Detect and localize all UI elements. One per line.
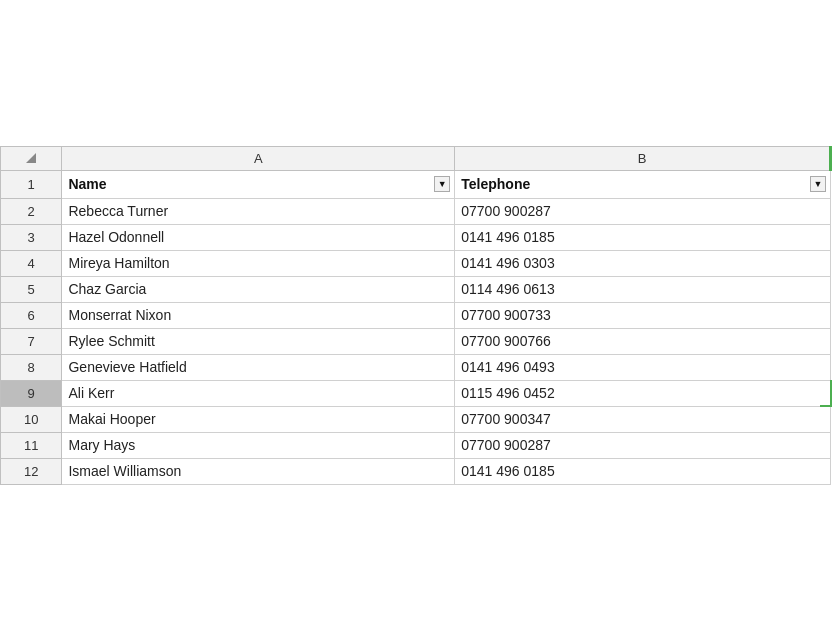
row-num-cell: 7 (1, 328, 62, 354)
phone-cell[interactable]: 0141 496 0493 (455, 354, 831, 380)
name-cell[interactable]: Mireya Hamilton (62, 250, 455, 276)
row-num-cell: 10 (1, 406, 62, 432)
row-num-cell: 12 (1, 458, 62, 484)
name-header-cell: Name ▼ (62, 170, 455, 198)
row-num-cell: 11 (1, 432, 62, 458)
table-row: 12Ismael Williamson0141 496 0185 (1, 458, 831, 484)
name-cell[interactable]: Mary Hays (62, 432, 455, 458)
name-header-label: Name (68, 176, 106, 192)
phone-cell[interactable]: 0141 496 0185 (455, 458, 831, 484)
phone-cell[interactable]: 07700 900287 (455, 432, 831, 458)
name-cell[interactable]: Monserrat Nixon (62, 302, 455, 328)
table-row: 5Chaz Garcia0114 496 0613 (1, 276, 831, 302)
name-cell[interactable]: Rebecca Turner (62, 198, 455, 224)
name-cell[interactable]: Rylee Schmitt (62, 328, 455, 354)
table-row: 9Ali Kerr0115 496 0452 (1, 380, 831, 406)
table-row: 7Rylee Schmitt07700 900766 (1, 328, 831, 354)
name-cell[interactable]: Makai Hooper (62, 406, 455, 432)
row-num-cell: 2 (1, 198, 62, 224)
name-cell[interactable]: Ali Kerr (62, 380, 455, 406)
col-b-header: B (455, 146, 831, 170)
row-num-1: 1 (1, 170, 62, 198)
row-num-cell: 9 (1, 380, 62, 406)
fill-handle (820, 380, 832, 407)
phone-cell[interactable]: 0114 496 0613 (455, 276, 831, 302)
table-row: 2Rebecca Turner07700 900287 (1, 198, 831, 224)
data-header-row: 1 Name ▼ Telephone ▼ (1, 170, 831, 198)
table-row: 4Mireya Hamilton0141 496 0303 (1, 250, 831, 276)
phone-header-cell: Telephone ▼ (455, 170, 831, 198)
phone-cell[interactable]: 07700 900347 (455, 406, 831, 432)
name-cell[interactable]: Ismael Williamson (62, 458, 455, 484)
table-row: 3Hazel Odonnell0141 496 0185 (1, 224, 831, 250)
name-cell[interactable]: Hazel Odonnell (62, 224, 455, 250)
name-dropdown-button[interactable]: ▼ (434, 176, 450, 192)
row-num-cell: 6 (1, 302, 62, 328)
table-row: 8Genevieve Hatfield0141 496 0493 (1, 354, 831, 380)
phone-cell[interactable]: 0141 496 0303 (455, 250, 831, 276)
phone-header-label: Telephone (461, 176, 530, 192)
col-a-header: A (62, 146, 455, 170)
phone-cell[interactable]: 0115 496 0452 (455, 380, 831, 406)
phone-cell[interactable]: 07700 900733 (455, 302, 831, 328)
table-row: 10Makai Hooper07700 900347 (1, 406, 831, 432)
table-row: 6Monserrat Nixon07700 900733 (1, 302, 831, 328)
name-cell[interactable]: Genevieve Hatfield (62, 354, 455, 380)
row-num-cell: 4 (1, 250, 62, 276)
corner-header (1, 146, 62, 170)
phone-cell[interactable]: 07700 900287 (455, 198, 831, 224)
row-num-cell: 3 (1, 224, 62, 250)
phone-cell[interactable]: 0141 496 0185 (455, 224, 831, 250)
phone-cell[interactable]: 07700 900766 (455, 328, 831, 354)
spreadsheet: A B 1 Name ▼ Telephone ▼ 2Rebecca Turner… (0, 146, 832, 485)
column-header-row: A B (1, 146, 831, 170)
phone-dropdown-button[interactable]: ▼ (810, 176, 826, 192)
row-num-cell: 5 (1, 276, 62, 302)
row-num-cell: 8 (1, 354, 62, 380)
name-cell[interactable]: Chaz Garcia (62, 276, 455, 302)
table-row: 11Mary Hays07700 900287 (1, 432, 831, 458)
